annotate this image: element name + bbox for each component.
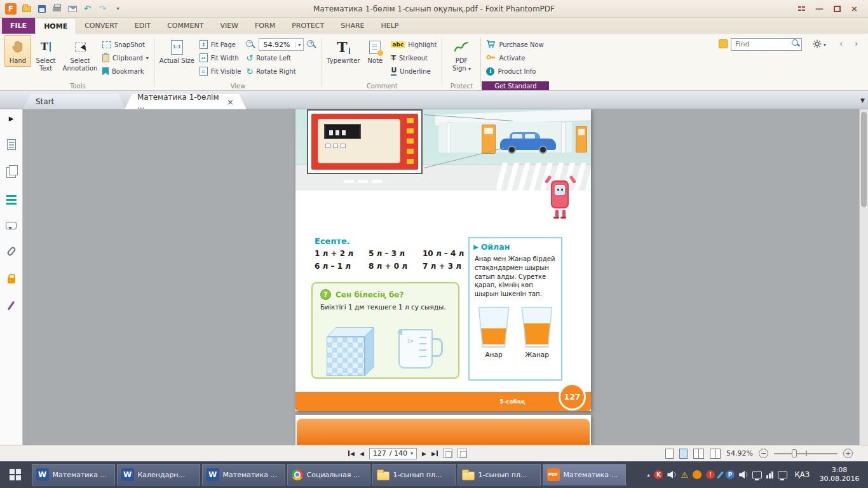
quick-access-menu-button[interactable]: ▾ <box>112 3 123 14</box>
search-icon[interactable] <box>791 39 800 48</box>
tab-comment[interactable]: COMMENT <box>159 18 212 34</box>
page-number-combobox[interactable]: 127 / 140 ▾ <box>369 448 417 459</box>
select-annotation-button[interactable]: Select Annotation <box>60 35 100 74</box>
open-file-button[interactable] <box>21 3 32 14</box>
facing-view-button[interactable] <box>693 449 704 459</box>
start-button[interactable] <box>0 461 31 488</box>
undo-button[interactable]: ↶ <box>82 3 93 14</box>
purchase-now-button[interactable]: Purchase Now <box>486 39 543 50</box>
update-icon[interactable] <box>693 470 702 479</box>
hand-button[interactable]: Hand <box>4 35 31 67</box>
volume-icon-2[interactable] <box>739 471 748 478</box>
taskbar-item-folder-1[interactable]: 1-сынып пл... <box>372 464 456 485</box>
previous-view-button[interactable] <box>443 449 452 458</box>
tab-convert[interactable]: CONVERT <box>76 18 126 34</box>
layers-panel-button[interactable] <box>6 195 17 197</box>
sync-icon[interactable]: P <box>726 470 735 479</box>
restore-button[interactable] <box>834 6 841 12</box>
alert-icon[interactable]: ! <box>706 470 715 479</box>
close-button[interactable]: × <box>851 4 858 13</box>
underline-button[interactable]: U Underline <box>391 66 437 76</box>
vertical-scrollbar[interactable] <box>859 109 868 445</box>
next-page-button[interactable]: ▶ <box>422 451 426 457</box>
tab-start-page[interactable]: Start <box>23 94 126 109</box>
zoom-in-button[interactable]: + <box>843 449 853 458</box>
tile-windows-button[interactable] <box>798 6 805 11</box>
taskbar-item-folder-2[interactable]: 1-сынып пл... <box>458 464 541 485</box>
rotate-left-button[interactable]: ↺ Rotate Left <box>246 53 316 63</box>
rotate-right-button[interactable]: ↻ Rotate Right <box>246 66 316 76</box>
first-page-button[interactable]: ◀ <box>348 451 355 457</box>
pages-panel-button[interactable] <box>6 167 16 178</box>
typewriter-button[interactable]: T Typewriter <box>325 35 362 67</box>
single-page-view-button[interactable] <box>665 449 674 459</box>
tab-protect[interactable]: PROTECT <box>283 18 332 34</box>
pen-tool-icon[interactable] <box>717 471 724 478</box>
email-button[interactable] <box>67 3 78 14</box>
tab-form[interactable]: FORM <box>247 18 283 34</box>
strikeout-button[interactable]: T Strikeout <box>391 53 437 63</box>
tab-active-document[interactable]: Математика 1-бөлім ... × <box>125 94 247 109</box>
scrollbar-thumb[interactable] <box>861 112 867 207</box>
bookmark-button[interactable]: Bookmark <box>102 66 149 76</box>
tab-list-button[interactable]: ▼ <box>860 97 865 104</box>
continuous-facing-view-button[interactable] <box>710 449 721 459</box>
document-area[interactable]: Есепте. 1 л + 2 л 5 л – 3 л 10 л – 4 л 6… <box>24 109 859 445</box>
tab-share[interactable]: SHARE <box>332 18 372 34</box>
zoom-level-combobox[interactable]: 54.92% ▾ <box>259 38 304 51</box>
minimize-button[interactable]: — <box>815 4 824 13</box>
zoom-in-icon[interactable]: + <box>307 40 316 50</box>
panel-expand-button[interactable]: ▶ <box>9 115 14 122</box>
next-view-button[interactable] <box>458 449 467 458</box>
network-signal-icon[interactable] <box>766 471 773 478</box>
ribbon-scroll-left-button[interactable]: ‹ <box>839 39 843 48</box>
continuous-view-button[interactable] <box>679 449 688 459</box>
fit-page-button[interactable]: ↕ Fit Page <box>200 39 241 50</box>
taskbar-clock[interactable]: 3:08 30.08.2016 <box>817 466 862 484</box>
previous-page-button[interactable]: ◀ <box>360 451 364 457</box>
select-text-button[interactable]: T Select Text <box>31 35 60 74</box>
print-button[interactable] <box>51 3 62 14</box>
comments-panel-button[interactable] <box>6 222 17 229</box>
security-panel-button[interactable] <box>8 278 15 283</box>
signatures-panel-button[interactable] <box>8 301 15 311</box>
tab-close-icon[interactable]: × <box>227 97 234 107</box>
last-page-button[interactable]: ▶ <box>431 451 438 457</box>
slider-thumb[interactable] <box>792 449 797 458</box>
fit-visible-button[interactable]: ▫ Fit Visible <box>200 66 241 76</box>
clipboard-button[interactable]: Clipboard ▾ <box>102 53 149 63</box>
antivirus-icon[interactable]: K <box>654 470 663 479</box>
display-icon[interactable] <box>752 471 762 478</box>
highlight-button[interactable]: abc Highlight <box>391 39 437 50</box>
taskbar-item-foxit[interactable]: PDF Математика ... <box>543 464 626 485</box>
hidden-icons-button[interactable]: ▴ <box>647 472 649 478</box>
zoom-out-button[interactable]: − <box>759 449 768 458</box>
tab-file[interactable]: FILE <box>2 18 35 34</box>
warning-icon[interactable]: ⚠ <box>681 471 688 479</box>
taskbar-item-word-1[interactable]: W Математика ... <box>32 464 115 485</box>
bookmarks-panel-button[interactable] <box>7 139 16 150</box>
zoom-slider[interactable] <box>774 449 837 458</box>
product-info-button[interactable]: i Product Info <box>486 66 543 76</box>
snapshot-button[interactable]: SnapShot <box>102 39 149 50</box>
volume-icon[interactable] <box>667 471 676 478</box>
pdf-sign-button[interactable]: PDF Sign ▾ <box>445 35 478 74</box>
actual-size-button[interactable]: 1:1 Actual Size <box>157 35 197 67</box>
note-button[interactable]: Note <box>362 35 388 67</box>
tab-edit[interactable]: EDIT <box>126 18 159 34</box>
redo-button[interactable]: ↷ <box>97 3 108 14</box>
tab-view[interactable]: VIEW <box>212 18 247 34</box>
settings-gear-button[interactable]: ▾ <box>813 39 826 51</box>
taskbar-item-word-3[interactable]: W Математика ... <box>202 464 285 485</box>
taskbar-item-chrome[interactable]: Социальная ... <box>287 464 370 485</box>
taskbar-item-word-2[interactable]: W Календарн... <box>117 464 200 485</box>
save-button[interactable] <box>36 3 47 14</box>
monitor-icon[interactable] <box>778 471 787 478</box>
tab-home[interactable]: HOME <box>35 18 76 34</box>
ribbon-scroll-right-button[interactable]: › <box>855 39 858 48</box>
activate-button[interactable]: Activate <box>486 53 543 63</box>
fit-width-button[interactable]: ↔ Fit Width <box>200 53 241 63</box>
language-indicator[interactable]: ҚАЗ <box>795 470 810 479</box>
tab-help[interactable]: HELP <box>373 18 407 34</box>
attachments-panel-button[interactable] <box>6 246 17 257</box>
